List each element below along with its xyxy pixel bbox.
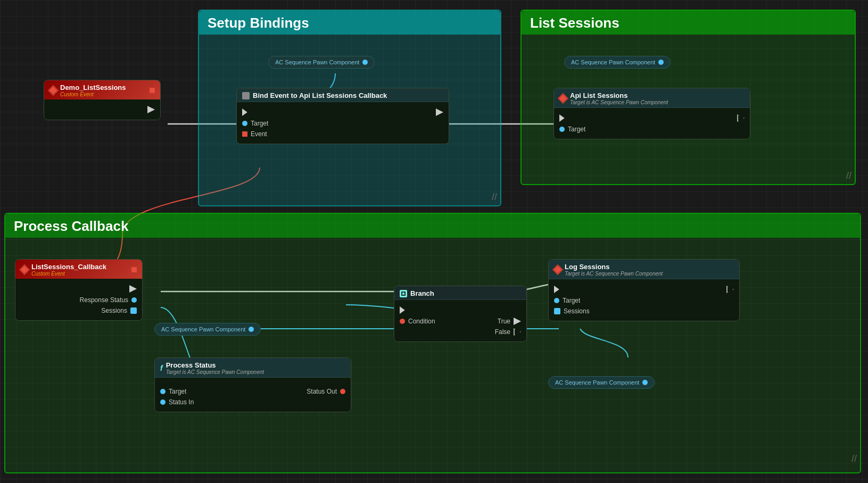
process-status-in-row: Status In <box>160 397 345 407</box>
branch-false-row: False <box>400 327 521 337</box>
process-status-f-icon: f <box>160 364 163 372</box>
process-status-body: Target Status Out Status In <box>155 378 351 412</box>
log-sessions-node: Log Sessions Target is AC Sequence Pawn … <box>548 259 740 321</box>
bind-event-exec-in <box>242 109 250 116</box>
bind-event-header: Bind Event to Api List Sessions Callback <box>237 88 449 102</box>
process-status-subtitle: Target is AC Sequence Pawn Component <box>166 369 264 375</box>
bind-event-title: Bind Event to Api List Sessions Callback <box>253 91 387 99</box>
api-list-target-pin <box>559 127 565 132</box>
log-sessions-exec-out <box>726 286 734 293</box>
branch-body: Condition True False <box>394 300 526 342</box>
log-sessions-title: Log Sessions <box>565 263 663 271</box>
log-sessions-target-label: Target <box>563 297 580 304</box>
log-sessions-target-row: Target <box>554 295 734 306</box>
api-list-sessions-body: Target <box>554 108 750 139</box>
log-sessions-sessions-label: Sessions <box>564 307 590 315</box>
log-sessions-subtitle: Target is AC Sequence Pawn Component <box>565 271 663 277</box>
process-status-in-label: Status In <box>169 398 194 406</box>
callback-exec-row <box>21 283 137 295</box>
callback-sessions-pin <box>130 307 137 314</box>
process-status-target-pin <box>160 389 166 394</box>
bind-event-event-row: Event <box>242 129 443 139</box>
demo-list-exec-row <box>49 104 155 115</box>
ac-seq-pawn-log-label: AC Sequence Pawn Component <box>555 379 639 386</box>
process-status-header: f Process Status Target is AC Sequence P… <box>155 358 351 378</box>
api-list-sessions-subtitle: Target is AC Sequence Pawn Component <box>570 99 668 105</box>
demo-list-header: Demo_ListSessions Custom Event <box>44 80 160 99</box>
log-sessions-target-pin <box>554 298 559 303</box>
callback-diamond-icon <box>19 264 30 275</box>
bind-event-node: Bind Event to Api List Sessions Callback… <box>236 88 449 144</box>
callback-sessions-label: Sessions <box>101 307 127 314</box>
bind-event-target-pin <box>242 121 247 126</box>
setup-bindings-title: Setup Bindings <box>199 11 500 35</box>
branch-true-pin <box>514 318 521 325</box>
log-sessions-body: Target Sessions <box>549 279 739 321</box>
branch-node: Branch Condition True False <box>394 286 527 342</box>
bind-event-exec-out <box>436 109 443 116</box>
process-corner-mark: // <box>852 453 857 464</box>
branch-condition-pin <box>400 319 405 324</box>
setup-corner-mark: // <box>492 191 497 203</box>
branch-title: Branch <box>410 289 434 297</box>
ac-seq-pawn-list-pin <box>658 60 664 65</box>
setup-bindings-group: Setup Bindings AC Sequence Pawn Componen… <box>198 10 501 206</box>
ac-seq-pawn-log-pin <box>642 380 648 385</box>
api-list-exec-row <box>559 112 745 124</box>
branch-exec-in <box>400 306 407 314</box>
process-status-target-row: Target Status Out <box>160 386 345 397</box>
bind-event-event-pin <box>242 131 247 137</box>
log-sessions-header: Log Sessions Target is AC Sequence Pawn … <box>549 260 739 279</box>
process-status-out-label: Status Out <box>307 388 337 395</box>
api-list-diamond-icon <box>558 93 568 104</box>
callback-response-label: Response Status <box>80 296 128 304</box>
api-list-sessions-header: Api List Sessions Target is AC Sequence … <box>554 88 750 108</box>
log-sessions-sessions-row: Sessions <box>554 306 734 317</box>
callback-response-pin <box>131 297 137 303</box>
api-list-exec-in <box>559 114 567 122</box>
callback-response-row: Response Status <box>21 295 137 305</box>
branch-false-pin <box>514 328 521 336</box>
branch-condition-label: Condition <box>408 318 435 325</box>
ac-seq-pawn-setup-pin <box>362 60 368 65</box>
callback-exec-out <box>129 285 137 293</box>
bind-event-target-label: Target <box>251 120 268 127</box>
branch-exec-row <box>400 304 521 316</box>
api-list-sessions-node: Api List Sessions Target is AC Sequence … <box>553 88 750 139</box>
api-list-target-label: Target <box>568 126 585 133</box>
demo-list-sessions-node: Demo_ListSessions Custom Event <box>44 80 161 120</box>
callback-subtitle: Custom Event <box>31 271 106 277</box>
demo-list-subtitle: Custom Event <box>60 91 126 97</box>
api-list-target-row: Target <box>559 124 745 135</box>
api-list-exec-out <box>737 114 745 122</box>
bind-event-exec-row <box>242 106 443 118</box>
list-sessions-callback-node: ListSessions_Callback Custom Event Respo… <box>15 259 143 321</box>
log-sessions-diamond <box>552 264 563 275</box>
callback-sessions-row: Sessions <box>21 305 137 316</box>
list-sessions-group: List Sessions AC Sequence Pawn Component… <box>520 10 856 185</box>
ac-seq-pawn-log-pill: AC Sequence Pawn Component <box>548 376 655 389</box>
branch-condition-row: Condition True <box>400 316 521 327</box>
callback-body: Response Status Sessions <box>15 279 142 320</box>
branch-false-label: False <box>495 328 510 336</box>
list-sessions-callback-header: ListSessions_Callback Custom Event <box>15 260 142 279</box>
demo-list-diamond <box>48 85 59 96</box>
api-list-sessions-title: Api List Sessions <box>570 91 668 99</box>
process-status-out-pin <box>340 389 345 394</box>
ac-seq-pawn-list-pill: AC Sequence Pawn Component <box>564 56 671 69</box>
demo-list-body <box>44 99 160 120</box>
process-status-title: Process Status <box>166 361 264 369</box>
ac-seq-pawn-process-pill: AC Sequence Pawn Component <box>154 323 261 336</box>
callback-sq-pin <box>131 267 137 272</box>
branch-header: Branch <box>394 286 526 300</box>
process-callback-title: Process Callback <box>5 214 860 238</box>
ac-seq-pawn-setup-label: AC Sequence Pawn Component <box>275 59 359 65</box>
demo-list-exec-out <box>147 106 155 113</box>
list-corner-mark: // <box>846 170 852 181</box>
process-status-target-label: Target <box>169 388 186 395</box>
callback-title: ListSessions_Callback <box>31 263 106 271</box>
demo-list-title: Demo_ListSessions <box>60 84 126 91</box>
log-sessions-exec-row <box>554 284 734 295</box>
ac-seq-pawn-process-pin <box>249 327 254 332</box>
process-status-node: f Process Status Target is AC Sequence P… <box>154 357 351 412</box>
